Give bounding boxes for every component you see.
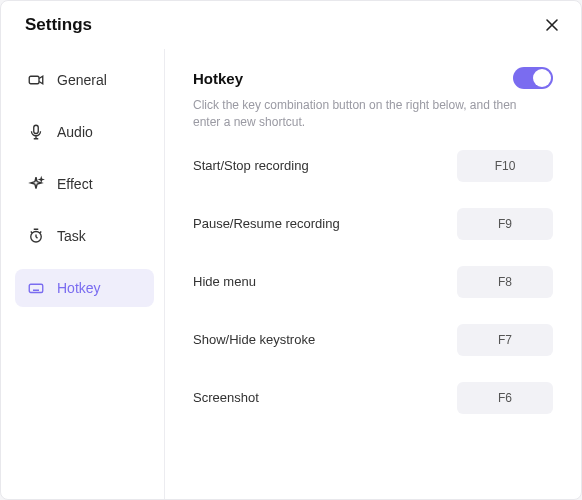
hotkey-row: Show/Hide keystroke F7 [193,324,553,356]
content-panel: Hotkey Click the key combination button … [165,49,581,499]
hotkey-button-screenshot[interactable]: F6 [457,382,553,414]
microphone-icon [27,123,45,141]
sidebar-item-hotkey[interactable]: Hotkey [15,269,154,307]
svg-rect-3 [29,284,43,292]
sidebar-item-label: Task [57,228,86,244]
hotkey-button-pause-resume[interactable]: F9 [457,208,553,240]
titlebar: Settings [1,1,581,49]
camera-icon [27,71,45,89]
section-header: Hotkey [193,67,553,89]
section-description: Click the key combination button on the … [193,97,543,132]
close-button[interactable] [543,16,561,34]
settings-window: Settings General [0,0,582,500]
sidebar-item-task[interactable]: Task [15,217,154,255]
sidebar-item-label: General [57,72,107,88]
sidebar-item-label: Audio [57,124,93,140]
section-title: Hotkey [193,70,243,87]
sidebar-item-general[interactable]: General [15,61,154,99]
keyboard-icon [27,279,45,297]
hotkey-row: Screenshot F6 [193,382,553,414]
window-title: Settings [25,15,92,35]
sidebar: General Audio Effect [1,49,165,499]
svg-rect-1 [34,125,39,133]
hotkey-label: Start/Stop recording [193,158,309,173]
hotkey-row: Start/Stop recording F10 [193,150,553,182]
sidebar-item-effect[interactable]: Effect [15,165,154,203]
hotkey-toggle[interactable] [513,67,553,89]
window-body: General Audio Effect [1,49,581,499]
sparkle-icon [27,175,45,193]
sidebar-item-label: Effect [57,176,93,192]
hotkey-label: Show/Hide keystroke [193,332,315,347]
hotkey-row: Pause/Resume recording F9 [193,208,553,240]
hotkey-label: Pause/Resume recording [193,216,340,231]
toggle-knob [533,69,551,87]
sidebar-item-audio[interactable]: Audio [15,113,154,151]
hotkey-list: Start/Stop recording F10 Pause/Resume re… [193,150,553,414]
close-icon [545,18,559,32]
clock-icon [27,227,45,245]
sidebar-item-label: Hotkey [57,280,101,296]
hotkey-row: Hide menu F8 [193,266,553,298]
hotkey-label: Hide menu [193,274,256,289]
hotkey-button-show-hide-keystroke[interactable]: F7 [457,324,553,356]
svg-rect-0 [29,76,39,84]
hotkey-button-hide-menu[interactable]: F8 [457,266,553,298]
hotkey-button-start-stop[interactable]: F10 [457,150,553,182]
hotkey-label: Screenshot [193,390,259,405]
